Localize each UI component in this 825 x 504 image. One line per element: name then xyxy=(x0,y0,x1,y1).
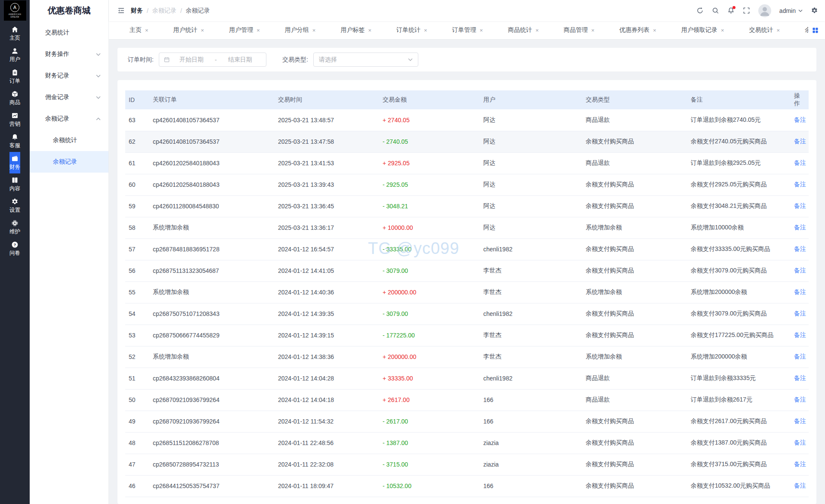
remark-action-link[interactable]: 备注 xyxy=(794,267,806,274)
cell-order: 系统增加余额 xyxy=(149,281,275,303)
rail-item-products[interactable]: 商品 xyxy=(9,87,20,109)
tab-2[interactable]: 用户管理× xyxy=(224,23,265,37)
breadcrumb-item-balance-records[interactable]: 余额记录 xyxy=(152,7,176,15)
cell-order: cp268750666774455829 xyxy=(149,325,275,346)
app-title: 优惠卷商城 xyxy=(30,0,108,21)
col-header-type: 交易类型 xyxy=(582,90,687,109)
tab-5[interactable]: 订单统计× xyxy=(391,23,433,37)
sidebar-subitem-balance-records-list[interactable]: 余额记录 xyxy=(30,151,108,173)
cell-amount: - 3048.21 xyxy=(379,195,480,217)
cell-order: cp268432393868260804 xyxy=(149,368,275,389)
sidebar-collapse-icon[interactable] xyxy=(117,7,125,14)
tab-close-icon[interactable]: × xyxy=(256,28,260,33)
cell-remark: 余额支付33335.00元购买商品 xyxy=(687,238,791,260)
rail-item-orders[interactable]: 订单 xyxy=(9,66,20,87)
remark-action-link[interactable]: 备注 xyxy=(794,181,806,188)
tab-close-icon[interactable]: × xyxy=(480,28,483,33)
cell-id: 51 xyxy=(125,368,149,389)
tab-7[interactable]: 商品统计× xyxy=(503,23,544,37)
sidebar-item-balance-records[interactable]: 余额记录 xyxy=(30,108,108,130)
remark-action-link[interactable]: 备注 xyxy=(794,331,806,338)
table-row: 62cp4260140810573645372025-03-21 13:47:5… xyxy=(125,131,809,152)
user-menu[interactable]: admin xyxy=(779,7,803,14)
chevron-down-icon xyxy=(96,74,101,77)
rail-item-label: 财务 xyxy=(9,164,20,171)
remark-action-link[interactable]: 备注 xyxy=(794,245,806,252)
remark-action-link[interactable]: 备注 xyxy=(794,288,806,295)
tab-grid-icon[interactable] xyxy=(813,28,818,33)
tab-close-icon[interactable]: × xyxy=(777,28,780,33)
tab-close-icon[interactable]: × xyxy=(201,28,204,33)
rail-item-label: 客服 xyxy=(9,142,20,149)
sidebar-item-transaction-stats[interactable]: 交易统计 xyxy=(30,22,108,43)
home-icon xyxy=(11,26,19,33)
remark-action-link[interactable]: 备注 xyxy=(794,202,806,209)
rail-item-support[interactable]: 客服 xyxy=(9,130,20,152)
search-icon[interactable] xyxy=(712,7,719,14)
rail-item-maintenance[interactable]: 维护 xyxy=(9,216,20,238)
fullscreen-icon[interactable] xyxy=(743,7,750,14)
filter-bar: 订单时间: 开始日期 - 结束日期 交易类型: 请选择 xyxy=(117,48,816,71)
breadcrumb-item-finance[interactable]: 财务 xyxy=(131,7,143,15)
tab-9[interactable]: 优惠券列表× xyxy=(614,23,661,37)
tab-close-icon[interactable]: × xyxy=(145,28,148,33)
cell-time: 2024-01-11 22:48:56 xyxy=(275,432,379,454)
tab-3[interactable]: 用户分组× xyxy=(280,23,321,37)
rail-item-finance[interactable]: 财务 xyxy=(9,152,20,173)
remark-action-link[interactable]: 备注 xyxy=(794,353,806,360)
remark-action-link[interactable]: 备注 xyxy=(794,116,806,123)
remark-action-link[interactable]: 备注 xyxy=(794,439,806,446)
tab-8[interactable]: 商品管理× xyxy=(559,23,600,37)
tab-6[interactable]: 订单管理× xyxy=(447,23,488,37)
tab-close-icon[interactable]: × xyxy=(653,28,656,33)
remark-action-link[interactable]: 备注 xyxy=(794,159,806,166)
tab-close-icon[interactable]: × xyxy=(312,28,316,33)
settings-gear-icon[interactable] xyxy=(811,7,818,14)
rail-item-users[interactable]: 用户 xyxy=(9,44,20,66)
tab-1[interactable]: 用户统计× xyxy=(168,23,210,37)
sidebar-item-commission-records[interactable]: 佣金记录 xyxy=(30,87,108,108)
remark-action-link[interactable]: 备注 xyxy=(794,310,806,317)
remark-action-link[interactable]: 备注 xyxy=(794,461,806,467)
tab-close-icon[interactable]: × xyxy=(535,28,539,33)
sidebar-subitem-balance-stats[interactable]: 余额统计 xyxy=(30,130,108,151)
tab-close-icon[interactable]: × xyxy=(721,28,724,33)
tab-0[interactable]: 主页× xyxy=(124,23,154,37)
cell-id: 47 xyxy=(125,454,149,475)
tab-close-icon[interactable]: × xyxy=(424,28,427,33)
remark-action-link[interactable]: 备注 xyxy=(794,417,806,424)
tab-11[interactable]: 交易统计× xyxy=(744,23,785,37)
cell-time: 2025-03-21 13:36:17 xyxy=(275,217,379,238)
rail-item-survey[interactable]: ?问卷 xyxy=(9,238,20,260)
tab-close-icon[interactable]: × xyxy=(591,28,595,33)
tab-4[interactable]: 用户标签× xyxy=(335,23,377,37)
transaction-type-select[interactable]: 请选择 xyxy=(313,53,418,67)
brand-logo[interactable]: A AMERICAN DREAM xyxy=(4,0,26,21)
balance-records-table: ID关联订单交易时间交易金额用户交易类型备注操作 63cp42601408105… xyxy=(125,90,809,497)
notifications-bell-icon[interactable] xyxy=(727,7,735,14)
rail-item-settings[interactable]: 设置 xyxy=(9,195,20,216)
sidebar-item-finance-records[interactable]: 财务记录 xyxy=(30,65,108,87)
cell-type: 系统增加余额 xyxy=(582,281,687,303)
date-range-input[interactable]: 开始日期 - 结束日期 xyxy=(159,53,266,67)
sidebar-item-finance-operations[interactable]: 财务操作 xyxy=(30,43,108,65)
remark-action-link[interactable]: 备注 xyxy=(794,396,806,403)
remark-action-link[interactable]: 备注 xyxy=(794,138,806,145)
avatar[interactable] xyxy=(758,4,771,17)
remark-action-link[interactable]: 备注 xyxy=(794,482,806,489)
rail-item-home[interactable]: 主页 xyxy=(9,23,20,44)
table-row: 51cp2684323938682608042024-01-12 14:04:2… xyxy=(125,368,809,389)
rail-item-marketing[interactable]: 营销 xyxy=(9,109,20,130)
cell-time: 2024-01-12 16:54:57 xyxy=(275,238,379,260)
cell-amount: + 33335.00 xyxy=(379,368,480,389)
remark-action-link[interactable]: 备注 xyxy=(794,224,806,231)
cell-action: 备注 xyxy=(791,368,809,389)
tab-12[interactable]: 余额统计× xyxy=(800,23,808,37)
tab-close-icon[interactable]: × xyxy=(368,28,371,33)
refresh-icon[interactable] xyxy=(696,7,704,14)
tab-10[interactable]: 用户领取记录× xyxy=(676,23,729,37)
tab-label: 用户分组 xyxy=(285,26,309,34)
remark-action-link[interactable]: 备注 xyxy=(794,374,806,381)
col-header-action: 操作 xyxy=(791,90,809,109)
rail-item-content[interactable]: 内容 xyxy=(9,173,20,195)
